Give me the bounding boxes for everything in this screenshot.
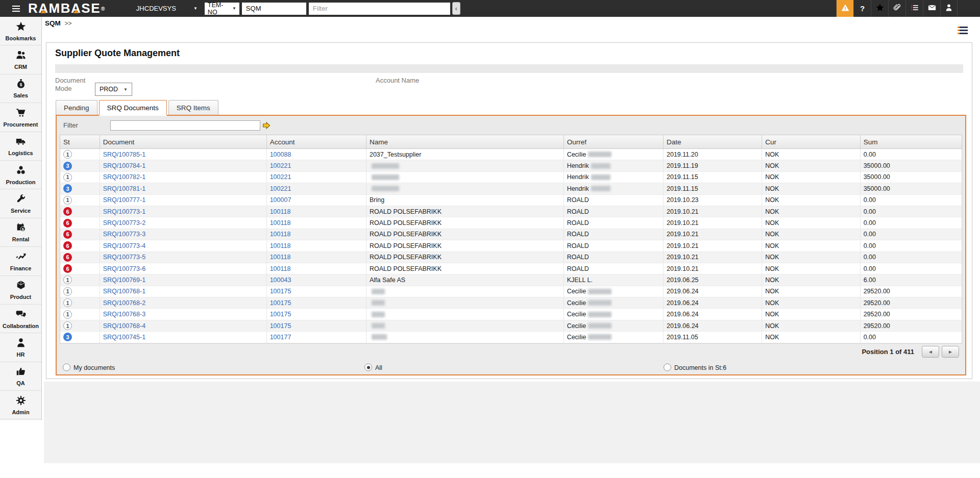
- account-link[interactable]: 100118: [270, 254, 291, 261]
- column-header-document[interactable]: Document: [100, 135, 267, 148]
- radio-option-my-documents[interactable]: My documents: [63, 364, 115, 371]
- table-filter-input[interactable]: [110, 120, 260, 131]
- sidebar-item-finance[interactable]: Finance: [0, 247, 41, 275]
- document-link[interactable]: SRQ/100745-1: [103, 334, 145, 341]
- sidebar-item-production[interactable]: Production: [0, 161, 41, 189]
- sidebar-item-admin[interactable]: Admin: [0, 391, 41, 419]
- column-header-sum[interactable]: Sum: [861, 135, 962, 148]
- sidebar-item-product[interactable]: Product: [0, 276, 41, 305]
- sidebar-item-collaboration[interactable]: Collaboration: [0, 305, 41, 333]
- main-menu-icon[interactable]: [12, 6, 20, 12]
- document-link[interactable]: SRQ/100773-6: [103, 265, 145, 272]
- account-link[interactable]: 100118: [270, 265, 291, 272]
- previous-page-button[interactable]: ◄: [922, 346, 939, 358]
- tab-pending[interactable]: Pending: [56, 100, 97, 115]
- document-link[interactable]: SRQ/100785-1: [103, 151, 145, 158]
- document-link[interactable]: SRQ/100768-3: [103, 311, 145, 318]
- account-link[interactable]: 100221: [270, 185, 291, 192]
- account-link[interactable]: 100043: [270, 276, 291, 284]
- tab-srq-items[interactable]: SRQ Items: [168, 100, 218, 115]
- account-selector[interactable]: JHCDEVSYS ▼: [136, 5, 198, 12]
- document-link[interactable]: SRQ/100773-2: [103, 219, 145, 227]
- document-link[interactable]: SRQ/100784-1: [103, 162, 145, 169]
- account-link[interactable]: 100175: [270, 322, 291, 330]
- radio-option-all[interactable]: All: [364, 364, 382, 371]
- document-link[interactable]: SRQ/100768-4: [103, 322, 145, 330]
- sidebar-item-label: Logistics: [8, 150, 33, 156]
- account-link[interactable]: 100175: [270, 299, 291, 307]
- mail-button[interactable]: [923, 0, 940, 17]
- status-badge: 6: [63, 207, 72, 216]
- redacted-text: [372, 289, 385, 294]
- radio-option-documents-in-st6[interactable]: Documents in St:6: [664, 364, 726, 371]
- document-link[interactable]: SRQ/100773-3: [103, 231, 145, 238]
- document-link[interactable]: SRQ/100773-1: [103, 208, 145, 215]
- account-link[interactable]: 100221: [270, 162, 291, 169]
- status-badge: 6: [63, 219, 72, 228]
- cell-st: 1: [60, 149, 100, 160]
- document-link[interactable]: SRQ/100782-1: [103, 173, 145, 181]
- warning-button[interactable]: [836, 0, 853, 17]
- user-button[interactable]: [940, 0, 958, 17]
- next-page-button[interactable]: ►: [942, 346, 959, 358]
- name-text: Alfa Safe AS: [370, 276, 405, 284]
- star-button[interactable]: [871, 0, 888, 17]
- sidebar-item-rental[interactable]: $Rental: [0, 218, 41, 247]
- cell-name: ROALD POLSEFABRIKK: [366, 240, 564, 251]
- sidebar-item-qa[interactable]: QA: [0, 362, 41, 391]
- tab-srq-documents[interactable]: SRQ Documents: [99, 100, 167, 116]
- column-header-st[interactable]: St: [60, 135, 100, 148]
- cell-name: ROALD POLSEFABRIKK: [366, 263, 564, 274]
- document-link[interactable]: SRQ/100769-1: [103, 276, 145, 284]
- column-header-cur[interactable]: Cur: [762, 135, 860, 148]
- table-row: 1SRQ/100785-11000882037_TestsupplierCeci…: [60, 149, 962, 160]
- radio-button-icon[interactable]: [63, 364, 70, 371]
- account-link[interactable]: 100177: [270, 334, 291, 341]
- filter-go-icon[interactable]: [262, 121, 271, 130]
- account-link[interactable]: 100118: [270, 208, 291, 215]
- cell-name: [366, 172, 564, 183]
- account-link[interactable]: 100175: [270, 288, 291, 295]
- account-link[interactable]: 100221: [270, 173, 291, 181]
- cell-cur: NOK: [762, 263, 860, 274]
- document-link[interactable]: SRQ/100777-1: [103, 196, 145, 204]
- document-link[interactable]: SRQ/100781-1: [103, 185, 145, 192]
- sidebar-item-service[interactable]: Service: [0, 189, 41, 218]
- radio-button-icon[interactable]: [364, 364, 372, 371]
- sidebar-item-sales[interactable]: $Sales: [0, 74, 41, 103]
- account-link[interactable]: 100118: [270, 242, 291, 249]
- collapse-filter-button[interactable]: ‹: [452, 2, 460, 15]
- document-link[interactable]: SRQ/100768-2: [103, 299, 145, 307]
- breadcrumb-program[interactable]: SQM: [45, 19, 61, 27]
- rambase-logo[interactable]: RAMBASE®: [28, 1, 106, 17]
- cell-sum: 29520.00: [861, 320, 962, 331]
- program-input[interactable]: [242, 3, 306, 15]
- document-mode-select[interactable]: PROD ▼: [95, 83, 132, 96]
- document-link[interactable]: SRQ/100773-5: [103, 254, 145, 261]
- column-header-account[interactable]: Account: [267, 135, 366, 148]
- sidebar-item-bookmarks[interactable]: Bookmarks: [0, 17, 41, 45]
- radio-button-icon[interactable]: [664, 364, 671, 371]
- account-link[interactable]: 100118: [270, 219, 291, 227]
- paperclip-button[interactable]: [888, 0, 905, 17]
- program-menu-icon[interactable]: [958, 27, 968, 36]
- ourref-text: ROALD: [567, 219, 589, 227]
- document-link[interactable]: SRQ/100773-4: [103, 242, 145, 249]
- account-link[interactable]: 100007: [270, 196, 291, 204]
- help-button[interactable]: ?: [853, 0, 871, 17]
- sidebar-item-hr[interactable]: HR: [0, 333, 41, 362]
- global-filter-input[interactable]: [309, 3, 450, 15]
- sidebar-item-logistics[interactable]: Logistics: [0, 132, 41, 161]
- system-selector[interactable]: TEM-NO ▼: [205, 3, 239, 15]
- sidebar-item-procurement[interactable]: Procurement: [0, 103, 41, 132]
- column-header-ourref[interactable]: Ourref: [564, 135, 664, 148]
- column-header-name[interactable]: Name: [366, 135, 564, 148]
- cell-date: 2019.10.23: [664, 195, 762, 206]
- account-link[interactable]: 100088: [270, 151, 291, 158]
- account-link[interactable]: 100118: [270, 231, 291, 238]
- sidebar-item-crm[interactable]: CRM: [0, 45, 41, 74]
- list-button[interactable]: [905, 0, 923, 17]
- column-header-date[interactable]: Date: [664, 135, 762, 148]
- account-link[interactable]: 100175: [270, 311, 291, 318]
- document-link[interactable]: SRQ/100768-1: [103, 288, 145, 295]
